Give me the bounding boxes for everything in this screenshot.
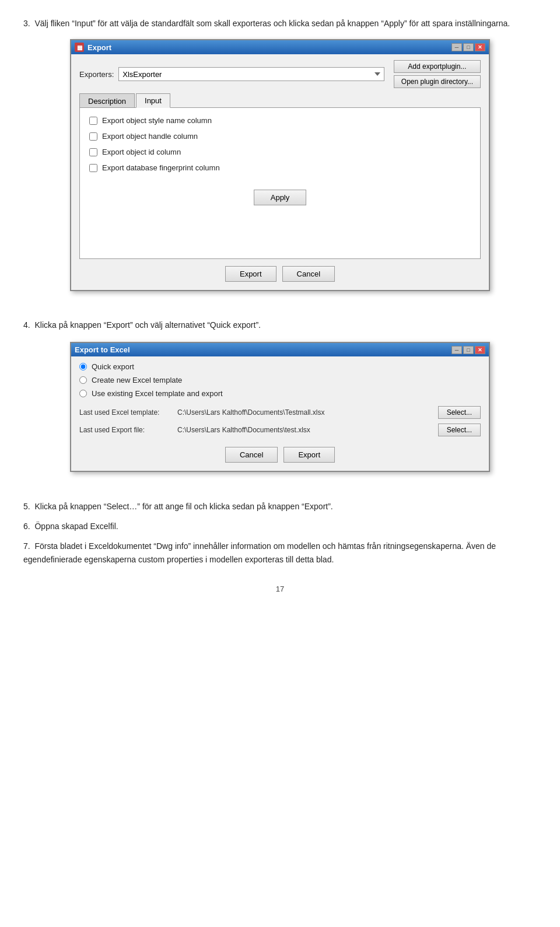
template-path: C:\Users\Lars Kalthoff\Documents\Testmal… — [177, 408, 433, 417]
radio-row-1: Quick export — [79, 362, 481, 371]
cancel-btn-main[interactable]: Cancel — [282, 266, 335, 282]
export-dialog: ▦ Export ─ □ ✕ Exporters: XlsExporter Ad… — [70, 39, 490, 291]
radio-group: Quick export Create new Excel template U… — [79, 362, 481, 398]
select-export-btn[interactable]: Select... — [438, 424, 481, 436]
radio-label-3: Use existing Excel template and export — [92, 389, 223, 398]
export-body: Exporters: XlsExporter Add exportplugin.… — [71, 54, 489, 290]
radio-existing[interactable] — [79, 390, 87, 397]
tabs-area: Description Input — [79, 93, 481, 107]
export-title: Export — [88, 43, 111, 52]
bottom-buttons: Export Cancel — [79, 266, 481, 282]
tab-input[interactable]: Input — [136, 93, 170, 108]
step4-text: 4. Klicka på knappen “Export” och välj a… — [23, 319, 537, 331]
step6-text: 6. Öppna skapad Excelfil. — [23, 520, 537, 534]
checkbox-label-1: Export object style name column — [102, 116, 212, 125]
excel-close-btn[interactable]: ✕ — [475, 346, 485, 354]
export-titlebar: ▦ Export ─ □ ✕ — [71, 40, 489, 54]
export-dialog-wrapper: ▦ Export ─ □ ✕ Exporters: XlsExporter Ad… — [23, 39, 537, 309]
radio-row-2: Create new Excel template — [79, 376, 481, 384]
excel-restore-btn[interactable]: □ — [463, 346, 474, 354]
steps-567: 5. Klicka på knappen “Select…” för att a… — [23, 500, 537, 567]
radio-quick[interactable] — [79, 363, 87, 370]
dialog-icon: ▦ — [75, 43, 84, 52]
select-template-btn[interactable]: Select... — [438, 406, 481, 419]
restore-btn[interactable]: □ — [463, 43, 474, 51]
export-file-label: Last used Export file: — [79, 426, 173, 434]
excel-dialog-wrapper: Export to Excel ─ □ ✕ Quick export Creat… — [23, 342, 537, 489]
step3-text: 3. Välj fliken “Input” för att välja de … — [23, 18, 537, 30]
radio-label-2: Create new Excel template — [92, 376, 182, 384]
exporters-label: Exporters: — [79, 70, 114, 79]
template-label: Last used Excel template: — [79, 408, 173, 417]
minimize-btn[interactable]: ─ — [452, 43, 462, 51]
radio-row-3: Use existing Excel template and export — [79, 389, 481, 398]
apply-button[interactable]: Apply — [254, 190, 307, 205]
add-exportplugin-btn[interactable]: Add exportplugin... — [394, 60, 481, 73]
file-info-section: Last used Excel template: C:\Users\Lars … — [79, 406, 481, 436]
excel-title-left: Export to Excel — [75, 345, 130, 354]
checkbox-row-1: Export object style name column — [89, 116, 471, 125]
file-row-export: Last used Export file: C:\Users\Lars Kal… — [79, 424, 481, 436]
radio-label-1: Quick export — [92, 362, 134, 371]
exporter-select[interactable]: XlsExporter — [118, 67, 384, 81]
excel-dialog: Export to Excel ─ □ ✕ Quick export Creat… — [70, 342, 490, 472]
excel-title: Export to Excel — [75, 345, 130, 354]
excel-cancel-btn[interactable]: Cancel — [225, 447, 278, 463]
win-controls[interactable]: ─ □ ✕ — [452, 43, 485, 51]
file-row-template: Last used Excel template: C:\Users\Lars … — [79, 406, 481, 419]
checkbox-fingerprint[interactable] — [89, 164, 97, 172]
exporters-row: Exporters: XlsExporter Add exportplugin.… — [79, 60, 481, 88]
tab-description[interactable]: Description — [79, 93, 135, 108]
radio-new-template[interactable] — [79, 376, 87, 384]
excel-titlebar: Export to Excel ─ □ ✕ — [71, 343, 489, 356]
checkbox-style-name[interactable] — [89, 117, 97, 125]
excel-export-btn[interactable]: Export — [284, 447, 335, 463]
checkbox-handle[interactable] — [89, 132, 97, 141]
excel-body: Quick export Create new Excel template U… — [71, 356, 489, 471]
excel-minimize-btn[interactable]: ─ — [452, 346, 462, 354]
checkbox-label-3: Export object id column — [102, 148, 181, 156]
step7-text: 7. Första bladet i Exceldokumentet “Dwg … — [23, 540, 537, 568]
checkbox-row-3: Export object id column — [89, 148, 471, 156]
tab-content: Export object style name column Export o… — [79, 107, 481, 259]
page-number: 17 — [23, 585, 537, 593]
export-btn-main[interactable]: Export — [225, 266, 276, 282]
right-buttons: Add exportplugin... Open plugin director… — [394, 60, 481, 88]
checkbox-label-2: Export object handle column — [102, 132, 198, 141]
step5-text: 5. Klicka på knappen “Select…” för att a… — [23, 500, 537, 514]
excel-win-controls[interactable]: ─ □ ✕ — [452, 346, 485, 354]
title-left: ▦ Export — [75, 43, 111, 52]
checkbox-id[interactable] — [89, 148, 97, 156]
export-file-path: C:\Users\Lars Kalthoff\Documents\test.xl… — [177, 426, 433, 434]
checkbox-label-4: Export database fingerprint column — [102, 163, 220, 172]
apply-btn-row: Apply — [89, 184, 471, 205]
close-btn[interactable]: ✕ — [475, 43, 485, 51]
excel-bottom-buttons: Cancel Export — [79, 447, 481, 463]
checkbox-row-4: Export database fingerprint column — [89, 163, 471, 172]
checkbox-row-2: Export object handle column — [89, 132, 471, 141]
open-plugin-dir-btn[interactable]: Open plugin directory... — [394, 75, 481, 88]
